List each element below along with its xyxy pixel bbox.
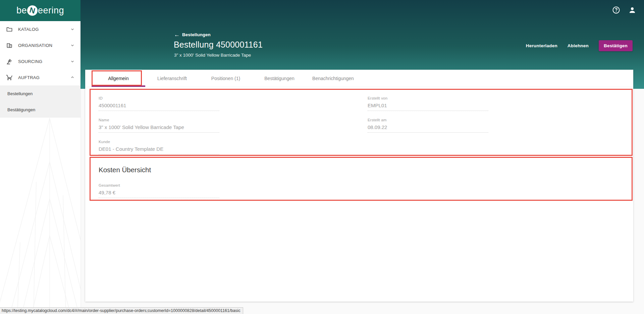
sidebar-subitem-bestaetigungen[interactable]: Bestätigungen xyxy=(0,102,80,118)
gesamtwert-field[interactable]: Gesamtwert 49,78 € xyxy=(99,183,219,198)
chevron-down-icon xyxy=(70,26,75,32)
sidebar: KATALOG ORGANISATION SOURCING xyxy=(0,21,80,314)
breadcrumb-label: Bestellungen xyxy=(182,32,211,37)
help-icon[interactable] xyxy=(612,6,621,14)
field-value: 3" x 1000' Solid Yellow Barricade Tape xyxy=(99,124,219,133)
logo-n-mark-icon: N xyxy=(26,4,39,17)
field-label: Gesamtwert xyxy=(99,183,219,187)
sidebar-item-label: ORGANISATION xyxy=(18,43,52,48)
sidebar-item-label: SOURCING xyxy=(18,59,42,64)
sidebar-item-sourcing[interactable]: SOURCING xyxy=(0,53,80,69)
sidebar-item-auftrag[interactable]: AUFTRAG xyxy=(0,69,80,85)
field-label: Kunde xyxy=(99,140,219,144)
field-value: EMPL01 xyxy=(368,103,488,111)
page-title: Bestellung 4500001161 xyxy=(174,40,263,50)
field-value: 4500001161 xyxy=(99,103,219,111)
tab-lieferanschrift[interactable]: Lieferanschrift xyxy=(145,70,199,87)
tab-allgemein[interactable]: Allgemein xyxy=(92,70,145,87)
download-button[interactable]: Herunterladen xyxy=(526,43,557,48)
building-icon xyxy=(5,41,13,49)
field-label: Name xyxy=(99,118,219,122)
folder-icon xyxy=(5,25,13,33)
field-value: DE01 - Country Template DE xyxy=(99,146,219,154)
sidebar-item-organisation[interactable]: ORGANISATION xyxy=(0,37,80,53)
tab-positionen[interactable]: Positionen (1) xyxy=(199,70,253,87)
header-actions: Herunterladen Ablehnen Bestätigen xyxy=(526,40,633,51)
kunde-field[interactable]: Kunde DE01 - Country Template DE xyxy=(99,140,219,154)
chevron-up-icon xyxy=(70,75,75,80)
sidebar-submenu-auftrag: Bestellungen Bestätigungen xyxy=(0,85,80,118)
active-tab-indicator xyxy=(92,85,145,87)
gavel-icon xyxy=(5,57,13,65)
logo-text-suffix: eering xyxy=(38,5,64,16)
sidebar-item-label: KATALOG xyxy=(18,27,39,32)
breadcrumb-back-link[interactable]: ← Bestellungen xyxy=(174,32,211,37)
app-logo: beNeering xyxy=(0,0,80,21)
chevron-down-icon xyxy=(70,43,75,48)
id-field[interactable]: ID 4500001161 xyxy=(99,96,219,111)
logo-text-prefix: be xyxy=(16,5,27,16)
tab-bestaetigungen[interactable]: Bestätigungen xyxy=(253,70,306,87)
field-label: Erstellt von xyxy=(368,96,488,100)
account-icon[interactable] xyxy=(628,6,637,14)
sidebar-nav: KATALOG ORGANISATION SOURCING xyxy=(0,21,80,118)
erstellt-von-field[interactable]: Erstellt von EMPL01 xyxy=(368,96,488,111)
tab-benachrichtigungen[interactable]: Benachrichtigungen xyxy=(306,70,360,87)
cost-section-title: Kosten Übersicht xyxy=(99,166,151,174)
name-field[interactable]: Name 3" x 1000' Solid Yellow Barricade T… xyxy=(99,118,219,133)
tab-bar: Allgemein Lieferanschrift Positionen (1)… xyxy=(85,70,633,87)
erstellt-am-field[interactable]: Erstellt am 08.09.22 xyxy=(368,118,488,133)
cart-icon xyxy=(5,73,13,81)
reject-button[interactable]: Ablehnen xyxy=(568,43,589,48)
field-label: Erstellt am xyxy=(368,118,488,122)
field-value: 49,78 € xyxy=(99,190,219,198)
content-card: Allgemein Lieferanschrift Positionen (1)… xyxy=(85,70,633,302)
sidebar-item-katalog[interactable]: KATALOG xyxy=(0,21,80,37)
app-window: ← Bestellungen Bestellung 4500001161 3" … xyxy=(0,0,644,314)
confirm-button[interactable]: Bestätigen xyxy=(599,40,633,51)
status-bar-url: https://testing.mycatalogcloud.com/dc4/#… xyxy=(0,307,243,314)
chevron-down-icon xyxy=(70,59,75,64)
back-arrow-icon: ← xyxy=(174,33,180,37)
sidebar-item-label: AUFTRAG xyxy=(18,75,40,80)
field-value: 08.09.22 xyxy=(368,124,488,133)
page-subtitle: 3" x 1000' Solid Yellow Barricade Tape xyxy=(174,53,251,58)
field-label: ID xyxy=(99,96,219,100)
topbar-icons xyxy=(612,6,637,14)
sidebar-subitem-bestellungen[interactable]: Bestellungen xyxy=(0,85,80,102)
